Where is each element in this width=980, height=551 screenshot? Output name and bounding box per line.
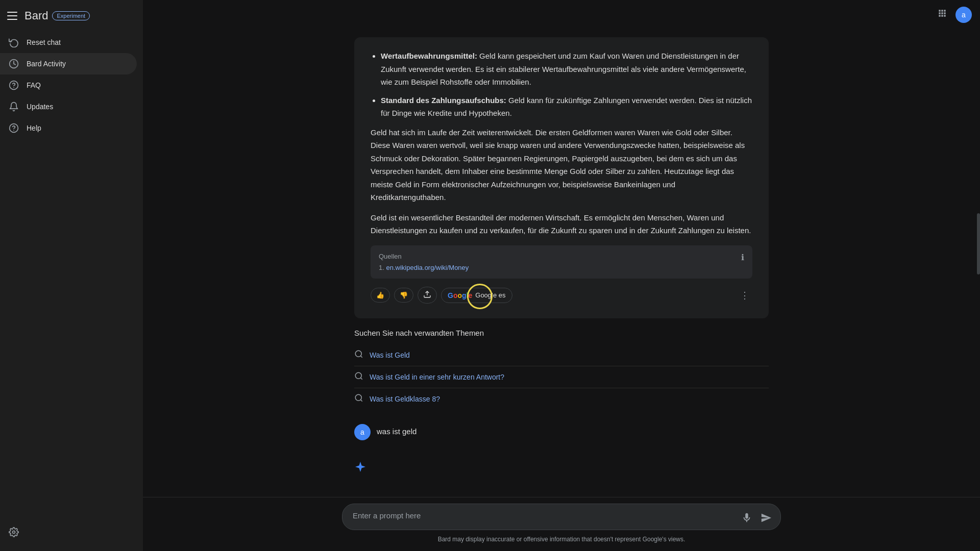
response-paragraph-2: Geld ist ein wesentlicher Bestandteil de… (371, 211, 752, 237)
bullet-list: Wertaufbewahrungsmittel: Geld kann gespe… (371, 49, 752, 120)
sidebar-bottom (0, 517, 143, 547)
bullet-item-1: Wertaufbewahrungsmittel: Geld kann gespe… (381, 49, 752, 89)
apps-icon[interactable] (933, 4, 951, 25)
input-actions (738, 509, 775, 527)
related-title: Suchen Sie nach verwandten Themen (354, 329, 769, 337)
help-icon (8, 122, 19, 134)
bullet-item-2: Standard des Zahlungsaufschubs: Geld kan… (381, 94, 752, 120)
response-text: Wertaufbewahrungsmittel: Geld kann gespe… (371, 49, 752, 237)
related-link-3[interactable]: Was ist Geldklasse 8? (370, 395, 440, 403)
hamburger-icon[interactable] (6, 10, 18, 22)
sidebar-item-reset[interactable]: Reset chat (0, 32, 137, 53)
top-bar-avatar[interactable]: a (955, 7, 972, 23)
thumbdown-icon: 👎 (400, 291, 408, 299)
bard-loading (354, 455, 769, 482)
action-bar: 👍 👎 (371, 285, 752, 306)
main-area: a Wertaufbewahrungsmittel: Geld kann ges… (143, 0, 980, 551)
share-icon (423, 290, 431, 300)
sidebar-item-help[interactable]: Help (0, 117, 137, 139)
sidebar-item-label-activity: Bard Activity (27, 60, 66, 68)
app-title: Bard (24, 9, 48, 22)
search-icon-1 (354, 349, 363, 361)
sidebar-item-label-updates: Updates (27, 103, 53, 111)
sidebar-item-updates[interactable]: Updates (0, 96, 137, 117)
bard-star-icon (354, 461, 366, 476)
sidebar-item-activity[interactable]: Bard Activity (0, 53, 137, 74)
svg-line-10 (360, 378, 362, 379)
sidebar-header: Bard Experiment (0, 4, 143, 28)
avatar-letter: a (360, 428, 364, 436)
more-options-button[interactable]: ⋮ (737, 287, 752, 304)
source-num: 1. (379, 264, 386, 271)
chat-area[interactable]: Wertaufbewahrungsmittel: Geld kann gespe… (143, 29, 980, 497)
related-item-1[interactable]: Was ist Geld (354, 344, 769, 366)
svg-point-5 (13, 531, 15, 534)
user-message-text: was ist geld (377, 424, 416, 436)
share-button[interactable] (418, 287, 437, 304)
sidebar-item-faq[interactable]: FAQ (0, 74, 137, 96)
prompt-input[interactable] (342, 504, 781, 530)
faq-icon (8, 80, 19, 91)
sidebar-item-settings[interactable] (0, 521, 137, 543)
thumbup-button[interactable]: 👍 (371, 288, 390, 303)
thumbup-icon: 👍 (376, 291, 384, 299)
disclaimer-text: Bard may display inaccurate or offensive… (342, 536, 781, 543)
related-item-2[interactable]: Was ist Geld in einer sehr kurzen Antwor… (354, 366, 769, 388)
updates-icon (8, 101, 19, 112)
scrollbar-thumb[interactable] (977, 213, 980, 274)
sidebar-item-label-reset: Reset chat (27, 38, 61, 46)
bullet-term-1: Wertaufbewahrungsmittel: (381, 52, 477, 60)
user-avatar: a (354, 424, 371, 440)
experiment-badge: Experiment (52, 11, 90, 20)
send-button[interactable] (757, 509, 775, 527)
sidebar: Bard Experiment Reset chat Bard Activ (0, 0, 143, 551)
microphone-button[interactable] (738, 509, 755, 527)
svg-point-9 (355, 372, 361, 379)
svg-point-7 (355, 350, 361, 357)
google-search-button[interactable]: Google Google es (441, 288, 512, 303)
related-link-1[interactable]: Was ist Geld (370, 351, 410, 359)
sources-title: Quellen (379, 253, 469, 260)
source-link-1[interactable]: en.wikipedia.org/wiki/Money (386, 264, 469, 271)
search-icon-3 (354, 393, 363, 405)
settings-icon (8, 527, 19, 538)
bullet-term-2: Standard des Zahlungsaufschubs: (381, 96, 506, 105)
svg-line-8 (360, 356, 362, 357)
input-container (342, 504, 781, 532)
thumbdown-button[interactable]: 👎 (394, 288, 413, 303)
related-link-2[interactable]: Was ist Geld in einer sehr kurzen Antwor… (370, 373, 504, 381)
sidebar-item-label-faq: FAQ (27, 81, 41, 89)
source-item-1: 1. en.wikipedia.org/wiki/Money (379, 263, 469, 271)
message-container: Wertaufbewahrungsmittel: Geld kann gespe… (342, 37, 781, 482)
bard-logo: Bard Experiment (24, 9, 90, 22)
related-item-3[interactable]: Was ist Geldklasse 8? (354, 388, 769, 410)
sources-box: Quellen 1. en.wikipedia.org/wiki/Money ℹ (371, 245, 752, 279)
activity-icon (8, 58, 19, 69)
related-section: Suchen Sie nach verwandten Themen Was is… (354, 329, 769, 410)
sidebar-item-label-help: Help (27, 124, 41, 132)
response-paragraph-1: Geld hat sich im Laufe der Zeit weiteren… (371, 126, 752, 204)
top-bar: a (143, 0, 980, 29)
scrollbar-track[interactable] (976, 22, 980, 500)
info-icon[interactable]: ℹ (741, 253, 744, 262)
google-g-icon: Google (448, 291, 472, 299)
response-block: Wertaufbewahrungsmittel: Geld kann gespe… (354, 37, 769, 318)
reset-icon (8, 37, 19, 48)
google-btn-label: Google es (475, 291, 505, 299)
input-area: Bard may display inaccurate or offensive… (143, 497, 980, 551)
user-message: a was ist geld (354, 420, 769, 444)
sidebar-nav: Reset chat Bard Activity FAQ (0, 28, 143, 517)
search-icon-2 (354, 371, 363, 383)
top-bar-icons: a (933, 4, 972, 25)
svg-point-11 (355, 394, 361, 400)
svg-line-12 (360, 399, 362, 401)
